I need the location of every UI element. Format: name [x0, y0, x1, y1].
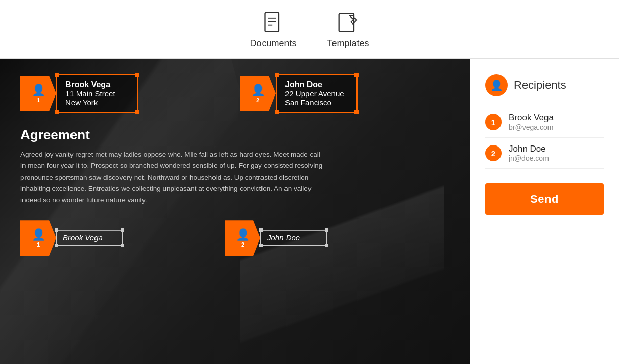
sc-tr — [325, 228, 328, 232]
agreement-title: Agreement — [20, 127, 449, 143]
recipient2-person-icon: 👤 — [251, 84, 265, 97]
panel-recipient1-num: 1 — [485, 114, 502, 130]
main-layout: 👤 1 Brook Vega 11 Main Street New York — [0, 59, 619, 364]
sig1-name: Brook Vega — [63, 233, 103, 242]
right-panel: 👤 Recipients 1 Brook Vega br@vega.com 2 … — [470, 59, 619, 364]
top-recipients-row: 👤 1 Brook Vega 11 Main Street New York — [20, 74, 449, 113]
corner-handle-bl — [55, 110, 59, 114]
doc-recipient2-card: 👤 2 John Doe 22 Upper Avenue San Fancisc… — [240, 74, 358, 113]
panel-recipient1-info: Brook Vega br@vega.com — [509, 113, 554, 131]
sc-tl — [55, 228, 58, 232]
sig1-badge: 👤 1 — [20, 220, 56, 256]
templates-icon — [337, 12, 360, 34]
sig1-card: 👤 1 Brook Vega — [20, 220, 123, 256]
recipients-person-icon: 👤 — [490, 79, 503, 91]
corner-handle-tr — [135, 73, 139, 77]
recipient2-badge-num: 2 — [256, 98, 259, 103]
recipient1-address-line2: New York — [65, 98, 129, 107]
corner-handle-tl — [275, 73, 279, 77]
recipient2-address-line2: San Fancisco — [285, 98, 348, 107]
agreement-section: Agreement Agreed joy vanity regret met m… — [20, 127, 449, 206]
panel-recipient1-name: Brook Vega — [509, 113, 554, 123]
panel-recipient2-info: John Doe jn@doe.com — [509, 144, 549, 162]
document-preview-area: 👤 1 Brook Vega 11 Main Street New York — [0, 59, 470, 364]
sc-tl — [259, 228, 263, 232]
corner-handle-br — [354, 110, 359, 114]
sc-bl — [259, 244, 263, 247]
send-button[interactable]: Send — [485, 183, 604, 215]
corner-handle-bl — [275, 110, 279, 114]
recipient1-badge-num: 1 — [37, 98, 40, 103]
recipient1-info-box[interactable]: Brook Vega 11 Main Street New York — [56, 74, 138, 113]
sig2-badge: 👤 2 — [225, 220, 260, 256]
documents-icon — [262, 12, 284, 34]
sig1-person-icon: 👤 — [32, 228, 45, 241]
recipient1-person-icon: 👤 — [32, 84, 45, 97]
svg-line-5 — [350, 16, 353, 19]
sc-tr — [121, 228, 124, 232]
sig2-box[interactable]: John Doe — [260, 230, 327, 246]
doc-content: 👤 1 Brook Vega 11 Main Street New York — [0, 59, 470, 271]
sig2-line — [261, 230, 326, 231]
recipient1-badge: 👤 1 — [20, 76, 56, 111]
panel-recipient2-email: jn@doe.com — [509, 154, 549, 162]
recipient2-badge: 👤 2 — [240, 76, 276, 111]
sig2-card: 👤 2 John Doe — [225, 220, 327, 256]
recipients-icon-circle: 👤 — [485, 74, 508, 96]
recipient2-name: John Doe — [285, 80, 348, 89]
sc-br — [325, 244, 328, 247]
panel-recipient2-entry: 2 John Doe jn@doe.com — [485, 138, 604, 169]
agreement-text: Agreed joy vanity regret met may ladies … — [20, 149, 327, 206]
recipients-header: 👤 Recipients — [485, 74, 604, 96]
sig1-box[interactable]: Brook Vega — [56, 230, 123, 246]
recipient1-name: Brook Vega — [65, 80, 129, 89]
sig1-badge-num: 1 — [37, 242, 40, 248]
top-navigation: Documents Templates — [0, 0, 619, 59]
signature-row: 👤 1 Brook Vega — [20, 220, 449, 256]
recipient1-address-line1: 11 Main Street — [65, 89, 129, 98]
sig2-person-icon: 👤 — [236, 228, 250, 241]
recipient2-info-box[interactable]: John Doe 22 Upper Avenue San Fancisco — [276, 74, 358, 113]
sc-bl — [55, 244, 58, 247]
documents-nav-item[interactable]: Documents — [250, 12, 296, 49]
recipients-title: Recipients — [514, 79, 566, 92]
recipient2-address-line1: 22 Upper Avenue — [285, 89, 348, 98]
templates-nav-item[interactable]: Templates — [327, 12, 369, 49]
panel-recipient1-entry: 1 Brook Vega br@vega.com — [485, 107, 604, 138]
corner-handle-tr — [354, 73, 359, 77]
panel-recipient1-email: br@vega.com — [509, 123, 554, 131]
sig2-name: John Doe — [267, 233, 300, 242]
panel-recipient2-name: John Doe — [509, 144, 549, 154]
sc-br — [121, 244, 124, 247]
templates-label: Templates — [327, 38, 369, 49]
sig1-line — [57, 230, 122, 231]
documents-label: Documents — [250, 38, 296, 49]
sig2-badge-num: 2 — [241, 242, 244, 248]
corner-handle-tl — [55, 73, 59, 77]
corner-handle-br — [135, 110, 139, 114]
panel-recipient2-num: 2 — [485, 145, 502, 161]
doc-recipient1-card: 👤 1 Brook Vega 11 Main Street New York — [20, 74, 138, 113]
